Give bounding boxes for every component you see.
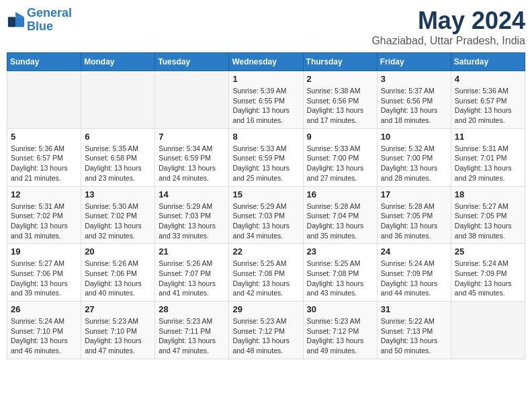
logo-icon (7, 11, 26, 30)
day-info-line: Sunrise: 5:23 AM (85, 316, 151, 326)
day-number: 3 (381, 74, 447, 84)
day-info-line: and 16 minutes. (232, 116, 299, 126)
day-info-line: Daylight: 13 hours (159, 279, 225, 289)
calendar-cell: 14Sunrise: 5:29 AMSunset: 7:03 PMDayligh… (155, 186, 229, 244)
calendar-cell: 21Sunrise: 5:26 AMSunset: 7:07 PMDayligh… (155, 244, 229, 302)
day-info: Sunrise: 5:28 AMSunset: 7:05 PMDaylight:… (381, 201, 447, 241)
day-info-line: Daylight: 13 hours (159, 221, 225, 231)
day-info-line: Sunset: 7:12 PM (232, 326, 299, 336)
day-info: Sunrise: 5:24 AMSunset: 7:09 PMDaylight:… (381, 259, 447, 298)
day-info-line: Daylight: 13 hours (11, 279, 77, 289)
calendar-cell: 16Sunrise: 5:28 AMSunset: 7:04 PMDayligh… (303, 186, 377, 244)
day-info: Sunrise: 5:39 AMSunset: 6:55 PMDaylight:… (232, 86, 299, 126)
day-info: Sunrise: 5:29 AMSunset: 7:03 PMDaylight:… (232, 201, 299, 241)
day-info: Sunrise: 5:25 AMSunset: 7:08 PMDaylight:… (232, 259, 299, 298)
day-number: 9 (307, 132, 373, 142)
day-number: 14 (159, 189, 225, 199)
day-info-line: Sunset: 7:07 PM (159, 269, 225, 279)
day-info-line: Sunrise: 5:29 AM (159, 201, 225, 212)
day-number: 16 (307, 189, 373, 199)
calendar-cell: 29Sunrise: 5:23 AMSunset: 7:12 PMDayligh… (229, 302, 303, 359)
day-info: Sunrise: 5:22 AMSunset: 7:13 PMDaylight:… (381, 316, 447, 356)
day-info-line: and 27 minutes. (307, 173, 373, 183)
day-info-line: Sunrise: 5:26 AM (85, 259, 151, 269)
day-info-line: Daylight: 13 hours (381, 221, 447, 231)
day-number: 21 (159, 246, 225, 257)
day-info-line: Daylight: 13 hours (11, 336, 77, 346)
day-info-line: Sunset: 7:05 PM (455, 211, 521, 221)
day-info-line: and 47 minutes. (159, 346, 225, 356)
day-info-line: and 34 minutes. (232, 231, 299, 241)
day-info-line: Sunset: 7:10 PM (11, 326, 77, 336)
day-info-line: Daylight: 13 hours (381, 163, 447, 173)
day-info-line: Sunrise: 5:28 AM (307, 201, 373, 212)
day-number: 26 (11, 304, 77, 314)
day-info-line: Daylight: 13 hours (232, 221, 299, 231)
day-info: Sunrise: 5:27 AMSunset: 7:06 PMDaylight:… (11, 259, 77, 298)
day-info-line: and 47 minutes. (85, 346, 151, 356)
day-info-line: Daylight: 13 hours (455, 105, 521, 116)
month-title: May 2024 (371, 7, 525, 35)
day-info-line: Sunset: 6:55 PM (232, 96, 299, 106)
day-info: Sunrise: 5:31 AMSunset: 7:02 PMDaylight:… (11, 201, 77, 241)
calendar-cell (7, 71, 81, 129)
day-info: Sunrise: 5:33 AMSunset: 7:00 PMDaylight:… (307, 144, 373, 183)
calendar-cell: 25Sunrise: 5:24 AMSunset: 7:09 PMDayligh… (451, 244, 525, 302)
day-info-line: and 33 minutes. (159, 231, 225, 241)
day-number: 20 (85, 246, 151, 257)
day-info-line: Sunrise: 5:24 AM (455, 259, 521, 269)
day-info: Sunrise: 5:36 AMSunset: 6:57 PMDaylight:… (455, 86, 521, 126)
column-header-saturday: Saturday (451, 53, 525, 71)
day-number: 13 (85, 189, 151, 199)
day-info-line: and 31 minutes. (11, 231, 77, 241)
day-info: Sunrise: 5:23 AMSunset: 7:10 PMDaylight:… (85, 316, 151, 356)
logo-text: General Blue (27, 7, 72, 34)
calendar-cell: 4Sunrise: 5:36 AMSunset: 6:57 PMDaylight… (451, 71, 525, 129)
day-info-line: Sunrise: 5:23 AM (232, 316, 299, 326)
day-info-line: Daylight: 13 hours (307, 279, 373, 289)
day-info-line: Sunrise: 5:27 AM (455, 201, 521, 212)
day-info-line: and 40 minutes. (85, 288, 151, 298)
day-info: Sunrise: 5:24 AMSunset: 7:09 PMDaylight:… (455, 259, 521, 298)
calendar-cell: 11Sunrise: 5:31 AMSunset: 7:01 PMDayligh… (451, 128, 525, 186)
day-number: 5 (11, 132, 77, 142)
day-number: 11 (455, 132, 521, 142)
day-info: Sunrise: 5:27 AMSunset: 7:05 PMDaylight:… (455, 201, 521, 241)
calendar-cell: 3Sunrise: 5:37 AMSunset: 6:56 PMDaylight… (377, 71, 451, 129)
day-info: Sunrise: 5:23 AMSunset: 7:12 PMDaylight:… (307, 316, 373, 356)
column-header-friday: Friday (377, 53, 451, 71)
day-info-line: Sunset: 6:57 PM (455, 96, 521, 106)
calendar-cell: 6Sunrise: 5:35 AMSunset: 6:58 PMDaylight… (81, 128, 155, 186)
day-number: 25 (455, 246, 521, 257)
day-info-line: Sunrise: 5:23 AM (307, 316, 373, 326)
title-section: May 2024 Ghaziabad, Uttar Pradesh, India (371, 7, 525, 47)
day-info-line: Sunrise: 5:38 AM (307, 86, 373, 96)
day-info-line: Sunrise: 5:33 AM (232, 144, 299, 154)
day-info-line: Daylight: 13 hours (159, 163, 225, 173)
calendar-cell: 1Sunrise: 5:39 AMSunset: 6:55 PMDaylight… (229, 71, 303, 129)
day-info-line: and 28 minutes. (381, 173, 447, 183)
svg-rect-2 (15, 17, 24, 27)
calendar-cell: 15Sunrise: 5:29 AMSunset: 7:03 PMDayligh… (229, 186, 303, 244)
day-info-line: Daylight: 13 hours (232, 279, 299, 289)
day-info-line: Sunrise: 5:35 AM (85, 144, 151, 154)
calendar-cell (81, 71, 155, 129)
day-info-line: Daylight: 13 hours (232, 105, 299, 116)
day-info: Sunrise: 5:38 AMSunset: 6:56 PMDaylight:… (307, 86, 373, 126)
day-info: Sunrise: 5:37 AMSunset: 6:56 PMDaylight:… (381, 86, 447, 126)
day-info-line: Sunset: 7:00 PM (381, 153, 447, 163)
calendar-cell: 13Sunrise: 5:30 AMSunset: 7:02 PMDayligh… (81, 186, 155, 244)
day-info-line: Sunset: 7:02 PM (85, 211, 151, 221)
day-info: Sunrise: 5:31 AMSunset: 7:01 PMDaylight:… (455, 144, 521, 183)
day-number: 12 (11, 189, 77, 199)
day-info-line: and 50 minutes. (381, 346, 447, 356)
calendar-week-2: 5Sunrise: 5:36 AMSunset: 6:57 PMDaylight… (7, 128, 525, 186)
day-info: Sunrise: 5:25 AMSunset: 7:08 PMDaylight:… (307, 259, 373, 298)
calendar-week-4: 19Sunrise: 5:27 AMSunset: 7:06 PMDayligh… (7, 244, 525, 302)
calendar-cell: 2Sunrise: 5:38 AMSunset: 6:56 PMDaylight… (303, 71, 377, 129)
day-info-line: and 25 minutes. (232, 173, 299, 183)
day-number: 24 (381, 246, 447, 257)
day-info: Sunrise: 5:28 AMSunset: 7:04 PMDaylight:… (307, 201, 373, 241)
day-info-line: Sunset: 6:56 PM (307, 96, 373, 106)
day-info: Sunrise: 5:23 AMSunset: 7:11 PMDaylight:… (159, 316, 225, 356)
